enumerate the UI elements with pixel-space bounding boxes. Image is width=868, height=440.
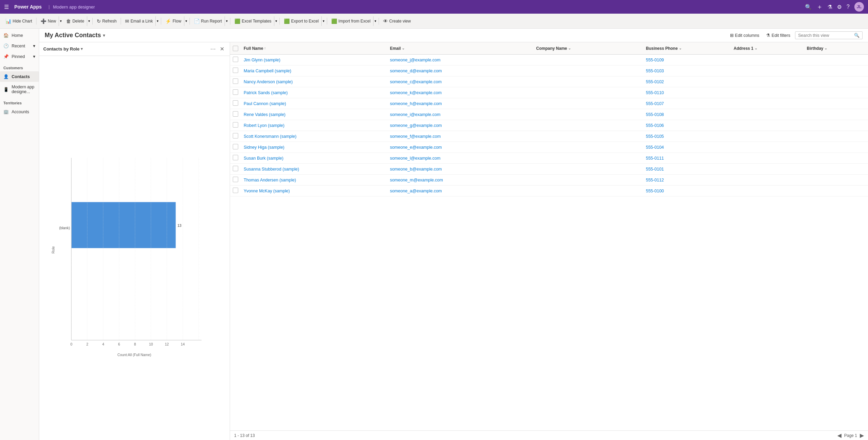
table-row[interactable]: Robert Lyon (sample) someone_g@example.c… [230, 120, 868, 131]
refresh-button[interactable]: ↻ Refresh [94, 17, 119, 25]
row-checkbox-12[interactable] [233, 188, 244, 194]
sidebar-item-pinned[interactable]: 📌 Pinned ▾ [0, 51, 39, 62]
row-phone-7[interactable]: 555-0105 [646, 134, 734, 139]
row-email-7[interactable]: someone_f@example.com [390, 134, 536, 139]
edit-filters-button[interactable]: ⚗ Edit filters [764, 31, 792, 39]
row-fullname-6[interactable]: Robert Lyon (sample) [244, 123, 390, 128]
sidebar-item-contacts[interactable]: 👤 Contacts [0, 71, 39, 82]
run-report-dropdown-arrow[interactable]: ▾ [225, 16, 229, 26]
row-email-2[interactable]: someone_c@example.com [390, 79, 536, 84]
row-checkbox-7[interactable] [233, 133, 244, 140]
row-email-1[interactable]: someone_d@example.com [390, 69, 536, 73]
row-fullname-12[interactable]: Yvonne McKay (sample) [244, 189, 390, 193]
search-go-icon[interactable]: 🔍 [854, 33, 859, 38]
sidebar-item-home[interactable]: 🏠 Home [0, 30, 39, 41]
import-excel-button[interactable]: 🟩 Import from Excel [329, 17, 373, 25]
row-checkbox-0[interactable] [233, 57, 244, 63]
table-row[interactable]: Jim Glynn (sample) someone_j@example.com… [230, 55, 868, 65]
row-email-4[interactable]: someone_h@example.com [390, 101, 536, 106]
select-all-checkbox[interactable] [233, 46, 238, 51]
hide-chart-dropdown[interactable]: 📊 Hide Chart [3, 17, 35, 25]
row-checkbox-8[interactable] [233, 144, 244, 150]
view-title-chevron[interactable]: ▾ [103, 33, 105, 38]
row-phone-4[interactable]: 555-0107 [646, 101, 734, 106]
search-icon[interactable]: 🔍 [805, 4, 812, 10]
table-row[interactable]: Susanna Stubberod (sample) someone_b@exa… [230, 164, 868, 175]
next-page-button[interactable]: ▶ [860, 432, 864, 439]
flow-button[interactable]: ⚡ Flow [163, 17, 184, 25]
row-phone-8[interactable]: 555-0104 [646, 145, 734, 150]
new-dropdown-arrow[interactable]: ▾ [59, 16, 63, 26]
row-email-0[interactable]: someone_j@example.com [390, 58, 536, 62]
email-link-dropdown-arrow[interactable]: ▾ [155, 16, 159, 26]
row-fullname-5[interactable]: Rene Valdes (sample) [244, 112, 390, 117]
row-phone-12[interactable]: 555-0100 [646, 189, 734, 193]
run-report-dropdown[interactable]: 📄 Run Report ▾ [191, 16, 229, 26]
prev-page-button[interactable]: ◀ [837, 432, 841, 439]
sidebar-item-modern-app-designer[interactable]: 📱 Modern app designe... [0, 82, 39, 97]
sidebar-item-recent[interactable]: 🕐 Recent ▾ [0, 41, 39, 51]
delete-button[interactable]: 🗑 Delete [63, 17, 87, 25]
excel-templates-button[interactable]: 🟩 Excel Templates [232, 17, 274, 25]
table-row[interactable]: Yvonne McKay (sample) someone_a@example.… [230, 186, 868, 196]
chart-close-button[interactable]: ✕ [218, 45, 226, 53]
excel-templates-dropdown[interactable]: 🟩 Excel Templates ▾ [232, 16, 278, 26]
row-checkbox-11[interactable] [233, 177, 244, 183]
row-fullname-8[interactable]: Sidney Higa (sample) [244, 145, 390, 150]
row-phone-1[interactable]: 555-0103 [646, 69, 734, 73]
filter-icon[interactable]: ⚗ [827, 4, 832, 10]
export-excel-dropdown-arrow[interactable]: ▾ [321, 16, 325, 26]
excel-templates-dropdown-arrow[interactable]: ▾ [274, 16, 278, 26]
row-checkbox-1[interactable] [233, 68, 244, 74]
row-fullname-11[interactable]: Thomas Andersen (sample) [244, 178, 390, 182]
row-checkbox-9[interactable] [233, 155, 244, 161]
avatar[interactable]: JL [854, 2, 864, 12]
row-checkbox-3[interactable] [233, 89, 244, 96]
row-phone-11[interactable]: 555-0112 [646, 178, 734, 182]
row-checkbox-6[interactable] [233, 122, 244, 129]
row-phone-2[interactable]: 555-0102 [646, 79, 734, 84]
row-email-10[interactable]: someone_b@example.com [390, 167, 536, 172]
table-row[interactable]: Susan Burk (sample) someone_l@example.co… [230, 153, 868, 164]
row-fullname-9[interactable]: Susan Burk (sample) [244, 156, 390, 161]
table-row[interactable]: Paul Cannon (sample) someone_h@example.c… [230, 98, 868, 109]
row-phone-10[interactable]: 555-0101 [646, 167, 734, 172]
col-address-header[interactable]: Address 1 ⌄ [734, 46, 807, 51]
row-checkbox-5[interactable] [233, 111, 244, 118]
row-checkbox-4[interactable] [233, 100, 244, 107]
table-row[interactable]: Sidney Higa (sample) someone_e@example.c… [230, 142, 868, 153]
export-excel-button[interactable]: 🟩 Export to Excel [281, 17, 321, 25]
row-fullname-3[interactable]: Patrick Sands (sample) [244, 90, 390, 95]
table-row[interactable]: Thomas Andersen (sample) someone_m@examp… [230, 175, 868, 186]
row-fullname-4[interactable]: Paul Cannon (sample) [244, 101, 390, 106]
import-excel-dropdown-arrow[interactable]: ▾ [373, 16, 377, 26]
row-phone-9[interactable]: 555-0111 [646, 156, 734, 161]
row-fullname-0[interactable]: Jim Glynn (sample) [244, 58, 390, 62]
row-phone-5[interactable]: 555-0108 [646, 112, 734, 117]
table-row[interactable]: Maria Campbell (sample) someone_d@exampl… [230, 65, 868, 76]
row-email-5[interactable]: someone_i@example.com [390, 112, 536, 117]
help-icon[interactable]: ? [847, 4, 850, 10]
delete-dropdown-arrow[interactable]: ▾ [87, 16, 91, 26]
row-checkbox-2[interactable] [233, 78, 244, 85]
export-excel-dropdown[interactable]: 🟩 Export to Excel ▾ [281, 16, 325, 26]
row-email-11[interactable]: someone_m@example.com [390, 178, 536, 182]
flow-dropdown-arrow[interactable]: ▾ [184, 16, 188, 26]
table-row[interactable]: Patrick Sands (sample) someone_k@example… [230, 87, 868, 98]
search-input[interactable] [798, 33, 853, 38]
email-link-button[interactable]: ✉ Email a Link [122, 17, 155, 25]
chart-title-chevron[interactable]: ▾ [81, 47, 83, 51]
add-icon[interactable]: ＋ [817, 3, 823, 11]
row-phone-6[interactable]: 555-0106 [646, 123, 734, 128]
table-row[interactable]: Rene Valdes (sample) someone_i@example.c… [230, 109, 868, 120]
row-email-9[interactable]: someone_l@example.com [390, 156, 536, 161]
settings-icon[interactable]: ⚙ [837, 4, 842, 10]
row-fullname-7[interactable]: Scott Konersmann (sample) [244, 134, 390, 139]
row-fullname-2[interactable]: Nancy Anderson (sample) [244, 79, 390, 84]
row-fullname-1[interactable]: Maria Campbell (sample) [244, 69, 390, 73]
row-checkbox-10[interactable] [233, 166, 244, 172]
chart-bar[interactable] [71, 202, 176, 248]
row-email-12[interactable]: someone_a@example.com [390, 189, 536, 193]
sidebar-item-accounts[interactable]: 🏢 Accounts [0, 106, 39, 117]
col-company-header[interactable]: Company Name ⌄ [536, 46, 646, 51]
